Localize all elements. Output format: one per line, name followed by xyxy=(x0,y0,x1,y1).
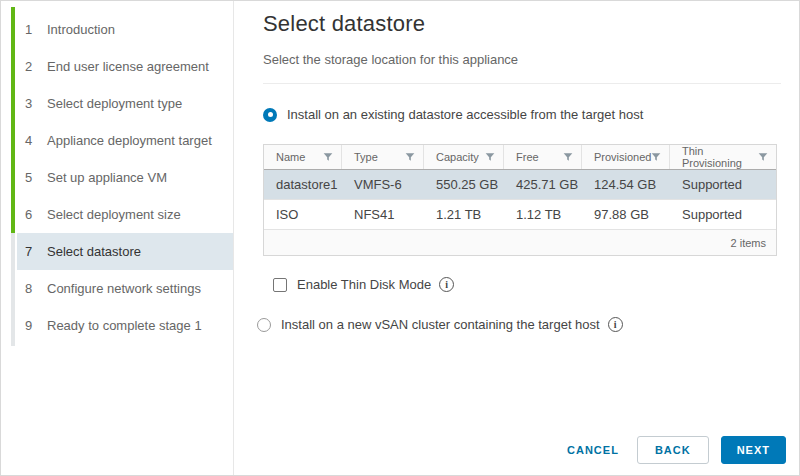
sidebar-item-introduction[interactable]: 1 Introduction xyxy=(17,11,233,48)
thin-disk-label: Enable Thin Disk Mode xyxy=(297,277,431,292)
wizard-step-sidebar: 1 Introduction 2 End user license agreem… xyxy=(1,1,234,475)
main-content: Select datastore Select the storage loca… xyxy=(234,1,800,475)
cell-free: 425.71 GB xyxy=(504,177,582,192)
step-number: 1 xyxy=(25,22,39,37)
sidebar-item-deployment-target[interactable]: 4 Appliance deployment target xyxy=(17,122,233,159)
items-count: 2 items xyxy=(731,237,766,249)
cell-name: ISO xyxy=(264,207,342,222)
wizard-window: 1 Introduction 2 End user license agreem… xyxy=(0,0,800,476)
option-existing-datastore[interactable]: Install on an existing datastore accessi… xyxy=(263,107,781,122)
cell-capacity: 550.25 GB xyxy=(424,177,504,192)
radio-selected-icon[interactable] xyxy=(263,108,277,122)
wizard-footer-buttons: CANCEL BACK NEXT xyxy=(557,436,786,464)
step-label: Set up appliance VM xyxy=(47,170,167,185)
cell-thin-provisioning: Supported xyxy=(670,207,776,222)
sidebar-item-deployment-size[interactable]: 6 Select deployment size xyxy=(17,196,233,233)
sidebar-item-eula[interactable]: 2 End user license agreement xyxy=(17,48,233,85)
column-header-free: Free xyxy=(504,145,582,169)
cell-type: VMFS-6 xyxy=(342,177,424,192)
progress-track xyxy=(11,7,15,346)
back-button[interactable]: BACK xyxy=(637,436,709,464)
vsan-label: Install on a new vSAN cluster containing… xyxy=(281,317,600,332)
checkbox-icon[interactable] xyxy=(273,278,287,292)
option-existing-datastore-label: Install on an existing datastore accessi… xyxy=(287,107,643,122)
sidebar-item-setup-vm[interactable]: 5 Set up appliance VM xyxy=(17,159,233,196)
step-number: 9 xyxy=(25,318,39,333)
filter-icon[interactable] xyxy=(651,152,661,162)
option-thin-disk-mode[interactable]: Enable Thin Disk Mode i xyxy=(273,277,781,292)
step-label: Select deployment type xyxy=(47,96,182,111)
filter-icon[interactable] xyxy=(323,152,333,162)
radio-unselected-icon[interactable] xyxy=(257,318,271,332)
step-label: Ready to complete stage 1 xyxy=(47,318,202,333)
step-number: 2 xyxy=(25,59,39,74)
step-label: Configure network settings xyxy=(47,281,201,296)
filter-icon[interactable] xyxy=(758,152,768,162)
step-label: End user license agreement xyxy=(47,59,209,74)
option-vsan-cluster[interactable]: Install on a new vSAN cluster containing… xyxy=(257,317,781,332)
sidebar-item-network-settings[interactable]: 8 Configure network settings xyxy=(17,270,233,307)
cell-provisioned: 97.88 GB xyxy=(582,207,670,222)
filter-icon[interactable] xyxy=(405,152,415,162)
step-number: 7 xyxy=(25,244,39,259)
cell-thin-provisioning: Supported xyxy=(670,177,776,192)
info-icon[interactable]: i xyxy=(608,317,623,332)
cell-type: NFS41 xyxy=(342,207,424,222)
step-number: 6 xyxy=(25,207,39,222)
datastore-table: Name Type Capacity Free Provisioned xyxy=(263,144,777,256)
cell-provisioned: 124.54 GB xyxy=(582,177,670,192)
table-header-row: Name Type Capacity Free Provisioned xyxy=(264,145,776,170)
page-title: Select datastore xyxy=(263,11,781,37)
column-header-provisioned: Provisioned xyxy=(582,145,670,169)
info-icon[interactable]: i xyxy=(439,277,454,292)
progress-fill xyxy=(11,7,15,233)
column-header-name: Name xyxy=(264,145,342,169)
table-row-iso[interactable]: ISO NFS41 1.21 TB 1.12 TB 97.88 GB Suppo… xyxy=(264,200,776,230)
step-label: Introduction xyxy=(47,22,115,37)
step-number: 8 xyxy=(25,281,39,296)
table-row-datastore1[interactable]: datastore1 VMFS-6 550.25 GB 425.71 GB 12… xyxy=(264,170,776,200)
page-subtitle: Select the storage location for this app… xyxy=(263,52,781,67)
column-header-capacity: Capacity xyxy=(424,145,504,169)
step-label: Select datastore xyxy=(47,244,141,259)
filter-icon[interactable] xyxy=(563,152,573,162)
column-header-type: Type xyxy=(342,145,424,169)
cell-name: datastore1 xyxy=(264,177,342,192)
table-footer: 2 items xyxy=(264,230,776,255)
column-header-thin-provisioning: Thin Provisioning xyxy=(670,145,776,169)
next-button[interactable]: NEXT xyxy=(721,436,786,464)
filter-icon[interactable] xyxy=(485,152,495,162)
step-number: 3 xyxy=(25,96,39,111)
cell-free: 1.12 TB xyxy=(504,207,582,222)
step-number: 4 xyxy=(25,133,39,148)
sidebar-item-select-datastore[interactable]: 7 Select datastore xyxy=(17,233,233,270)
step-label: Select deployment size xyxy=(47,207,181,222)
step-number: 5 xyxy=(25,170,39,185)
sidebar-item-deployment-type[interactable]: 3 Select deployment type xyxy=(17,85,233,122)
sidebar-item-ready-to-complete[interactable]: 9 Ready to complete stage 1 xyxy=(17,307,233,344)
step-list: 1 Introduction 2 End user license agreem… xyxy=(17,11,233,344)
cancel-button[interactable]: CANCEL xyxy=(557,436,629,464)
header-divider xyxy=(263,83,781,84)
cell-capacity: 1.21 TB xyxy=(424,207,504,222)
step-label: Appliance deployment target xyxy=(47,133,212,148)
